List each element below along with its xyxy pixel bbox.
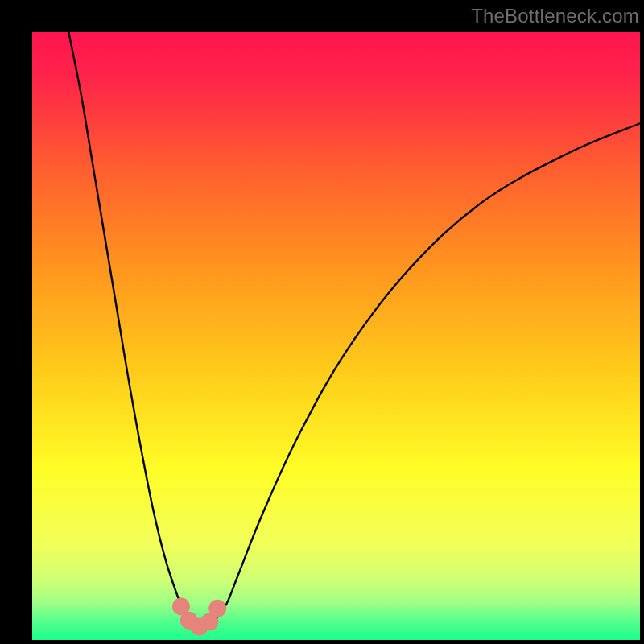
curve-marker <box>208 600 226 617</box>
bottleneck-curve <box>68 32 640 628</box>
watermark-text: TheBottleneck.com <box>471 5 639 27</box>
chart-svg <box>32 32 640 640</box>
chart-frame: TheBottleneck.com <box>0 0 644 644</box>
